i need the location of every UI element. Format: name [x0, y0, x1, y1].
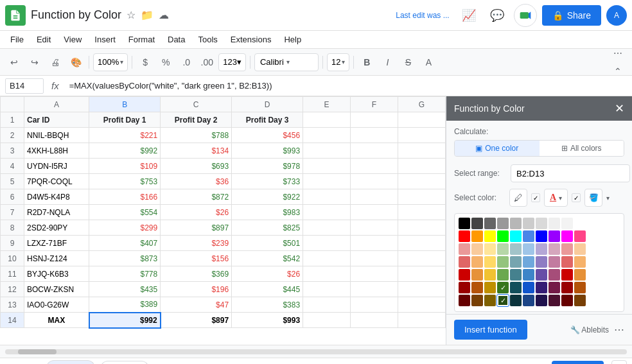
palette-cell-6-5[interactable]: [523, 295, 534, 306]
cell-10-a[interactable]: HSNJ-Z124: [24, 251, 89, 266]
cell-9-a[interactable]: LZXZ-71BF: [24, 236, 89, 251]
row-header-13[interactable]: 13: [1, 297, 24, 313]
panel-close-button[interactable]: ✕: [615, 101, 624, 116]
add-sheet-button[interactable]: +: [5, 360, 21, 365]
cell-7-g[interactable]: [398, 205, 446, 220]
cell-3-a[interactable]: 4XKH-L88H: [24, 143, 89, 159]
cell-3-c[interactable]: $134: [161, 143, 232, 159]
palette-cell-1-3[interactable]: [497, 230, 509, 242]
palette-cell-3-4[interactable]: [510, 256, 522, 268]
palette-cell-6-9[interactable]: [574, 295, 586, 306]
row-header-7[interactable]: 7: [1, 205, 24, 220]
cell-14-b[interactable]: $992: [89, 313, 161, 328]
cell-4-e[interactable]: [303, 159, 351, 174]
menu-insert[interactable]: Insert: [89, 33, 121, 46]
cloud-icon[interactable]: ☁: [159, 9, 169, 21]
palette-cell-4-0[interactable]: [459, 269, 470, 281]
cell-4-g[interactable]: [398, 159, 446, 174]
palette-cell-5-4[interactable]: [510, 282, 522, 293]
cell-11-d[interactable]: $26: [232, 266, 303, 282]
palette-cell-4-7[interactable]: [549, 269, 560, 281]
cell-14-d[interactable]: $993: [232, 313, 303, 328]
zoom-selector[interactable]: 100% ▾: [93, 53, 128, 71]
strikethrough-button[interactable]: S: [399, 53, 417, 71]
cell-13-g[interactable]: [398, 297, 446, 313]
cell-14-c[interactable]: $897: [161, 313, 232, 328]
footer-more[interactable]: ⋯: [614, 324, 624, 336]
palette-cell-5-0[interactable]: [459, 282, 470, 293]
cell-3-f[interactable]: [351, 143, 398, 159]
currency-button[interactable]: $: [136, 53, 154, 71]
palette-cell-4-3[interactable]: [497, 269, 509, 281]
cell-11-a[interactable]: BYJQ-K6B3: [24, 266, 89, 282]
color-check-text[interactable]: ✓: [572, 193, 581, 202]
cell-14-g[interactable]: [398, 313, 446, 328]
cell-6-g[interactable]: [398, 189, 446, 205]
collapse-panel-button[interactable]: ❯: [611, 360, 627, 365]
cell-12-e[interactable]: [303, 282, 351, 297]
palette-cell-0-8[interactable]: [561, 218, 573, 229]
cell-5-b[interactable]: $753: [89, 174, 161, 189]
cell-12-b[interactable]: $435: [89, 282, 161, 297]
palette-cell-3-2[interactable]: [484, 256, 496, 268]
palette-cell-1-7[interactable]: [549, 230, 560, 242]
row-header-11[interactable]: 11: [1, 266, 24, 282]
palette-cell-3-8[interactable]: [561, 256, 573, 268]
cell-5-d[interactable]: $733: [232, 174, 303, 189]
cell-10-f[interactable]: [351, 251, 398, 266]
palette-cell-2-5[interactable]: [523, 243, 534, 255]
col-header-d[interactable]: D: [232, 97, 303, 112]
cell-10-d[interactable]: $542: [232, 251, 303, 266]
palette-cell-4-4[interactable]: [510, 269, 522, 281]
cell-13-a[interactable]: IAO0-G26W: [24, 297, 89, 313]
palette-cell-6-4[interactable]: [510, 295, 522, 306]
range-input[interactable]: [511, 164, 630, 182]
palette-cell-2-6[interactable]: [536, 243, 547, 255]
cell-8-b[interactable]: $299: [89, 220, 161, 236]
cell-10-c[interactable]: $156: [161, 251, 232, 266]
palette-cell-1-6[interactable]: [536, 230, 547, 242]
star-icon[interactable]: ☆: [127, 9, 136, 21]
menu-edit[interactable]: Edit: [31, 33, 56, 46]
palette-cell-3-9[interactable]: [574, 256, 586, 268]
cell-14-a[interactable]: MAX: [24, 313, 89, 328]
cell-1-a[interactable]: Car ID: [24, 112, 89, 128]
color-picker-eyedropper[interactable]: 🖊: [509, 189, 527, 207]
menu-format[interactable]: Format: [123, 33, 160, 46]
sheets-list-button[interactable]: ☰: [26, 360, 41, 365]
cell-4-d[interactable]: $978: [232, 159, 303, 174]
cell-4-a[interactable]: UYDN-I5RJ: [24, 159, 89, 174]
text-color-button[interactable]: A: [419, 53, 437, 71]
palette-cell-6-1[interactable]: [471, 295, 483, 306]
sheet-tab-2[interactable]: Sheet2 ▾: [100, 361, 149, 365]
row-header-8[interactable]: 8: [1, 220, 24, 236]
palette-cell-5-6[interactable]: [536, 282, 547, 293]
palette-cell-4-5[interactable]: [523, 269, 534, 281]
cell-4-c[interactable]: $693: [161, 159, 232, 174]
more-options[interactable]: ⋯ ⌃: [609, 44, 627, 80]
palette-cell-6-0[interactable]: [459, 295, 470, 306]
palette-cell-1-2[interactable]: [484, 230, 496, 242]
cell-6-f[interactable]: [351, 189, 398, 205]
fx-icon[interactable]: fx: [49, 80, 62, 91]
palette-cell-0-5[interactable]: [523, 218, 534, 229]
palette-cell-4-9[interactable]: [574, 269, 586, 281]
cell-13-b[interactable]: $389: [89, 297, 161, 313]
cell-1-c[interactable]: Profit Day 2: [161, 112, 232, 128]
palette-cell-6-3[interactable]: [497, 295, 509, 306]
cell-8-g[interactable]: [398, 220, 446, 236]
formula-content[interactable]: =MAX(valuesByColor("white", "dark green …: [67, 80, 627, 92]
palette-cell-5-8[interactable]: [561, 282, 573, 293]
cell-13-c[interactable]: $47: [161, 297, 232, 313]
cell-7-a[interactable]: R2D7-NQLA: [24, 205, 89, 220]
palette-cell-1-9[interactable]: [574, 230, 586, 242]
palette-cell-0-3[interactable]: [497, 218, 509, 229]
palette-cell-5-9[interactable]: [574, 282, 586, 293]
cell-2-a[interactable]: NNIL-BBQH: [24, 128, 89, 143]
tab-all-colors[interactable]: ⊞ All colors: [540, 141, 624, 156]
paint-format-button[interactable]: 🎨: [67, 53, 85, 71]
tab-one-color[interactable]: ▣ One color: [455, 141, 540, 156]
cell-3-g[interactable]: [398, 143, 446, 159]
percent-button[interactable]: %: [157, 53, 175, 71]
cell-9-g[interactable]: [398, 236, 446, 251]
